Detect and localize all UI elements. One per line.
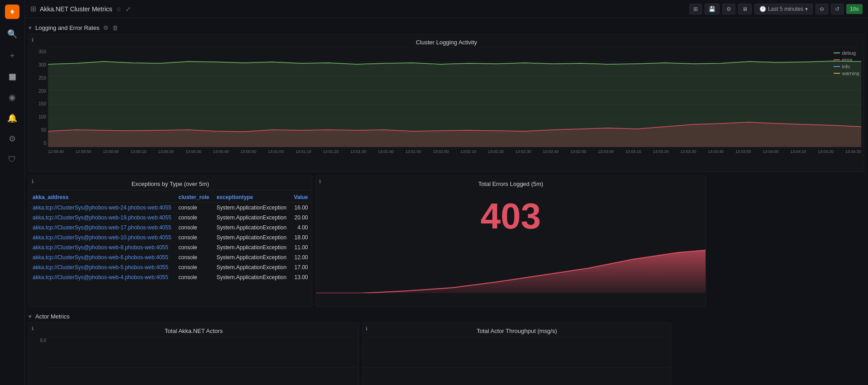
time-range-label: Last 5 minutes — [768, 6, 803, 12]
total-throughput-title: Total Actor Throughput (msg/s) — [363, 323, 671, 336]
sidebar-item-search[interactable]: 🔍 — [0, 24, 24, 44]
cell-akka-address: akka.tcp://ClusterSys@phobos-web-17.phob… — [29, 223, 175, 233]
share-icon[interactable]: ⤢ — [125, 5, 131, 13]
add-panel-button[interactable]: ⊞ — [689, 4, 702, 14]
exceptions-table: akka_address cluster_role exceptiontype … — [29, 192, 312, 282]
cell-cluster-role: console — [175, 223, 213, 233]
main-content: ▾ Logging and Error Rates ⚙ 🗑 ℹ Cluster … — [25, 18, 868, 385]
cell-exceptiontype: System.ApplicationException — [213, 213, 290, 223]
cell-akka-address: akka.tcp://ClusterSys@phobos-web-6.phobo… — [29, 252, 175, 262]
cell-akka-address: akka.tcp://ClusterSys@phobos-web-10.phob… — [29, 233, 175, 242]
cell-akka-address: akka.tcp://ClusterSys@phobos-web-19.phob… — [29, 213, 175, 223]
cell-exceptiontype: System.ApplicationException — [213, 223, 290, 233]
topbar-title-area: ⊞ Akka.NET Cluster Metrics ☆ ⤢ — [30, 5, 131, 13]
exceptions-table-scroll[interactable]: akka_address cluster_role exceptiontype … — [29, 192, 312, 282]
exceptions-panel: ℹ Exceptions by Type (over 5m) akka_addr… — [29, 176, 312, 307]
cell-value: 17.00 — [290, 262, 311, 272]
cell-cluster-role: console — [175, 213, 213, 223]
cell-cluster-role: console — [175, 203, 213, 213]
actors-chart-svg — [48, 336, 356, 385]
total-errors-panel: ℹ Total Errors Logged (5m) 403 — [316, 176, 706, 307]
trash-icon[interactable]: 🗑 — [112, 24, 118, 31]
table-header: akka_address cluster_role exceptiontype … — [29, 192, 312, 203]
y-axis: 350300250200150100500 — [32, 48, 48, 154]
refresh-rate-badge[interactable]: 10s — [846, 4, 863, 14]
cell-cluster-role: console — [175, 252, 213, 262]
sidebar-item-add[interactable]: ＋ — [0, 44, 24, 66]
bottom-charts: ℹ Total Akka.NET Actors 9.0 8.0 ℹ — [29, 323, 864, 385]
sidebar-item-alerts[interactable]: 🔔 — [0, 108, 24, 128]
cell-cluster-role: console — [175, 242, 213, 252]
panel-info-icon-2: ℹ — [32, 179, 33, 185]
exceptions-table-body: akka.tcp://ClusterSys@phobos-web-24.phob… — [29, 203, 312, 283]
col-akka-address: akka_address — [29, 192, 175, 203]
cell-exceptiontype: System.ApplicationException — [213, 252, 290, 262]
logging-section-label: Logging and Error Rates — [35, 24, 100, 31]
grid-icon: ⊞ — [30, 5, 36, 13]
cell-exceptiontype: System.ApplicationException — [213, 272, 290, 282]
table-row: akka.tcp://ClusterSys@phobos-web-17.phob… — [29, 223, 312, 233]
sidebar: 🔍 ＋ ▦ ◉ 🔔 ⚙ 🛡 — [0, 0, 25, 385]
cell-exceptiontype: System.ApplicationException — [213, 203, 290, 213]
cell-value: 18.00 — [290, 233, 311, 242]
tv-mode-button[interactable]: 🖥 — [738, 4, 752, 14]
total-errors-value: 403 — [316, 189, 706, 234]
actor-section-header: ▾ Actor Metrics — [29, 310, 864, 323]
cell-akka-address: akka.tcp://ClusterSys@phobos-web-4.phobo… — [29, 272, 175, 282]
cell-value: 11.00 — [290, 242, 311, 252]
panel-info-icon-5: ℹ — [366, 326, 367, 332]
cluster-logging-panel: ℹ Cluster Logging Activity debug error i… — [29, 34, 864, 172]
table-row: akka.tcp://ClusterSys@phobos-web-6.phobo… — [29, 252, 312, 262]
cell-value: 12.00 — [290, 252, 311, 262]
cell-cluster-role: console — [175, 262, 213, 272]
clock-icon: 🕐 — [759, 6, 766, 12]
time-range-selector[interactable]: 🕐 Last 5 minutes ▾ — [754, 4, 813, 14]
sidebar-item-settings[interactable]: ⚙ — [0, 128, 24, 149]
table-row: akka.tcp://ClusterSys@phobos-web-4.phobo… — [29, 272, 312, 282]
table-row: akka.tcp://ClusterSys@phobos-web-5.phobo… — [29, 262, 312, 272]
table-row: akka.tcp://ClusterSys@phobos-web-24.phob… — [29, 203, 312, 213]
topbar-actions: ⊞ 💾 ⚙ 🖥 🕐 Last 5 minutes ▾ ⊖ ↺ 10s — [689, 4, 863, 14]
total-throughput-panel: ℹ Total Actor Throughput (msg/s) — [362, 323, 671, 385]
logging-section-header: ▾ Logging and Error Rates ⚙ 🗑 — [29, 22, 864, 34]
cell-value: 4.00 — [290, 223, 311, 233]
actors-y-axis: 9.0 8.0 — [32, 336, 48, 385]
refresh-button[interactable]: ↺ — [831, 4, 844, 14]
cell-exceptiontype: System.ApplicationException — [213, 233, 290, 242]
sidebar-item-explore[interactable]: ◉ — [0, 87, 24, 108]
gear-icon[interactable]: ⚙ — [103, 24, 109, 31]
svg-marker-11 — [316, 250, 706, 293]
cell-akka-address: akka.tcp://ClusterSys@phobos-web-8.phobo… — [29, 242, 175, 252]
table-row: akka.tcp://ClusterSys@phobos-web-8.phobo… — [29, 242, 312, 252]
app-logo[interactable] — [5, 5, 19, 19]
cell-exceptiontype: System.ApplicationException — [213, 242, 290, 252]
actor-chevron-icon: ▾ — [29, 313, 32, 320]
two-col-row: ℹ Exceptions by Type (over 5m) akka_addr… — [29, 176, 864, 310]
panel-info-icon-3: ℹ — [319, 179, 321, 185]
panel-info-icon-4: ℹ — [32, 326, 33, 332]
chevron-icon: ▾ — [29, 24, 32, 31]
logging-chart-svg — [48, 48, 861, 147]
chevron-down-icon: ▾ — [805, 6, 808, 12]
error-mini-chart — [316, 234, 706, 306]
save-button[interactable]: 💾 — [705, 4, 720, 14]
total-errors-title: Total Errors Logged (5m) — [316, 176, 706, 189]
exceptions-title: Exceptions by Type (over 5m) — [29, 176, 312, 190]
sidebar-item-shield[interactable]: 🛡 — [0, 149, 24, 170]
star-icon[interactable]: ☆ — [116, 5, 122, 13]
col-value: Value — [290, 192, 311, 203]
actor-section-label: Actor Metrics — [35, 313, 70, 320]
cluster-logging-title: Cluster Logging Activity — [29, 34, 864, 48]
topbar: ⊞ Akka.NET Cluster Metrics ☆ ⤢ ⊞ 💾 ⚙ 🖥 🕐… — [25, 0, 868, 18]
cell-value: 13.00 — [290, 272, 311, 282]
settings-button[interactable]: ⚙ — [722, 4, 735, 14]
cell-exceptiontype: System.ApplicationException — [213, 262, 290, 272]
cell-value: 16.00 — [290, 203, 311, 213]
table-row: akka.tcp://ClusterSys@phobos-web-10.phob… — [29, 233, 312, 242]
total-actors-title: Total Akka.NET Actors — [29, 323, 358, 336]
cell-akka-address: akka.tcp://ClusterSys@phobos-web-5.phobo… — [29, 262, 175, 272]
total-actors-panel: ℹ Total Akka.NET Actors 9.0 8.0 — [29, 323, 359, 385]
cell-akka-address: akka.tcp://ClusterSys@phobos-web-24.phob… — [29, 203, 175, 213]
sidebar-item-dashboard[interactable]: ▦ — [0, 66, 24, 87]
zoom-out-button[interactable]: ⊖ — [816, 4, 828, 14]
